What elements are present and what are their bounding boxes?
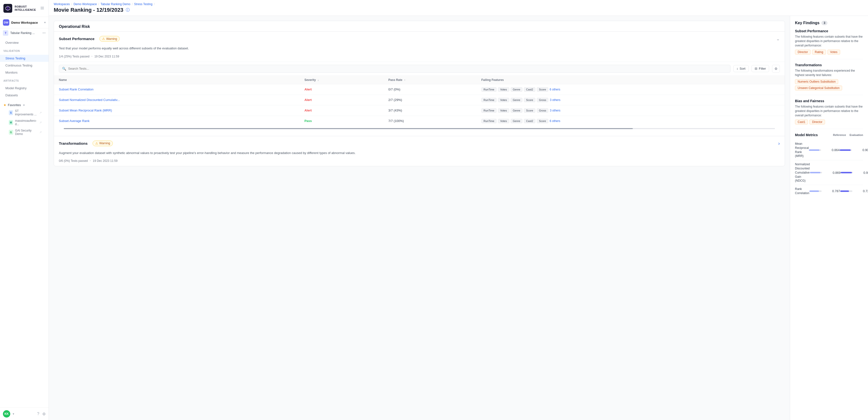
subset-date: 19 Dec 2023 11:59 [94,55,119,58]
metric-mrr-ref-val: 0.864 [823,148,840,152]
search-input[interactable] [68,67,727,71]
transformations-tests-passed: 0/6 (0%) Tests passed [59,159,88,163]
key-findings-title: Key Findings [795,21,819,25]
metric-ndcg-ref-bar-fill [810,172,820,173]
favorites-label: Favorites [8,103,21,107]
col-pass-rate[interactable]: Pass Rate ↑ [383,76,476,84]
feature-tag: Cast2 [524,87,535,92]
row2-severity: Alert [300,94,383,105]
table-settings-button[interactable]: ⚙ [772,65,780,73]
col-name: Name [54,76,300,84]
nav-overview: Overview [0,38,49,48]
metric-ndcg-ref-val: 0.869 [824,171,841,174]
help-icon[interactable]: ? [37,412,39,416]
info-icon[interactable]: ⓘ [126,7,130,13]
row3-name: Subset Mean Reciprocal Rank (MRR) [54,105,300,116]
finding-tag-director-bias[interactable]: Director [809,119,825,124]
svg-rect-6 [40,9,44,9]
fav-item-st[interactable]: S ST improvements ... ↗ [3,108,45,118]
row4-others-link[interactable]: 6 others [550,119,560,123]
breadcrumb-workspaces[interactable]: Workspaces [54,2,70,6]
user-chevron-icon[interactable]: ▾ [13,412,14,416]
search-box[interactable]: 🔍 [59,65,731,73]
finding-bias-fairness: Bias and Fairness The following features… [795,99,863,124]
metric-rank-corr-eval: 0.722 [840,189,868,193]
row1-name: Subset Rank Correlation [54,84,300,94]
subset-performance-expand[interactable]: ⌄ [776,36,780,41]
row3-others-link[interactable]: 3 others [550,109,560,112]
fav-item-massimo[interactable]: M massimoaufiero-d... ↗ [3,118,45,128]
finding-tag-director[interactable]: Director [795,50,811,55]
breadcrumb-demo-workspace[interactable]: Demo Workspace [73,2,97,6]
table-row: Subset Rank Correlation Alert 0/7 (0%) [54,84,785,94]
nav-overview-item[interactable]: Overview [0,39,49,46]
project-letter: T [3,30,8,36]
sort-label: Sort [740,67,745,71]
row1-others-link[interactable]: 6 others [550,88,560,91]
fav-item-gai[interactable]: G GAI Security Demo ↗ [3,128,45,137]
filter-button[interactable]: ⊟ Filter [751,65,769,72]
fav-letter-s: S [9,110,13,115]
sidebar-toggle-button[interactable] [39,5,45,12]
fav-arrow-icon-3: ↗ [39,131,42,134]
feature-tag: Genre [511,108,523,113]
feature-tag: RunTime [482,87,497,92]
project-more-button[interactable]: ··· [42,31,46,35]
metric-ref-bar-fill [809,149,819,151]
row4-pass-rate: 7/7 (100%) [383,116,476,126]
nav-datasets[interactable]: Datasets [0,92,49,99]
sort-button[interactable]: ↕ Sort [734,65,749,72]
finding-tag-rating[interactable]: Rating [812,50,826,55]
row4-link[interactable]: Subset Average Rank [59,119,90,123]
finding-tag-cast1[interactable]: Cast1 [795,119,808,124]
settings-icon[interactable]: ⚙ [42,412,46,416]
breadcrumb-tabular-ranking[interactable]: Tabular Ranking Demo [101,2,130,6]
finding-tag-numeric-outliers[interactable]: Numeric Outliers Substitution [795,79,838,84]
finding-transformations-tags: Numeric Outliers Substitution Unseen Cat… [795,79,863,90]
nav-model-registry[interactable]: Model Registry [0,85,49,92]
fav-letter-m: M [9,120,13,125]
project-item[interactable]: T Tabular Ranking ... ··· [0,28,49,38]
col-severity[interactable]: Severity ↓ [300,76,383,84]
row2-others-link[interactable]: 3 others [550,98,560,102]
feature-tag: Gross [537,108,548,113]
row3-link[interactable]: Subset Mean Reciprocal Rank (MRR) [59,109,112,112]
transformations-title: Transformations [59,141,88,145]
finding-transformations-title: Transformations [795,63,863,67]
metric-row-ndcg: Normalized Discounted Cumulative Gain (N… [795,160,863,185]
metric-ndcg-eval: 0.923 [841,171,868,174]
row1-severity-badge: Alert [304,87,312,91]
finding-tag-votes[interactable]: Votes [828,50,840,55]
breadcrumb: Workspaces / Demo Workspace / Tabular Ra… [54,2,863,6]
metric-ndcg-ref-bar [810,172,822,173]
metric-rank-corr-ref-val: 0.787 [823,189,840,193]
divider-2 [795,95,863,95]
metric-ndcg-eval-bar [841,172,853,173]
metric-ref-bar [809,149,821,151]
fav-name-gai: GAI Security Demo [15,129,37,136]
row3-severity-badge: Alert [304,109,312,112]
nav-monitors[interactable]: Monitors [0,69,49,76]
row4-features: RunTime Votes Genre Cast2 Score 6 others [476,116,785,126]
feature-tag: Genre [511,87,523,92]
nav-stress-testing[interactable]: Stress Testing [0,55,49,62]
transformations-expand[interactable]: › [778,141,780,146]
workspace-selector[interactable]: DW Demo Workspace ▾ [0,17,49,28]
search-icon: 🔍 [62,67,66,71]
table-row: Subset Normalized Discounted Cumulativ..… [54,94,785,105]
table-scrollbar[interactable] [54,126,785,136]
feature-tag: Cast2 [524,119,535,123]
finding-tag-unseen-categorical[interactable]: Unseen Categorical Substitution [795,86,842,90]
meta-dot-2: • [90,159,91,163]
row2-link[interactable]: Subset Normalized Discounted Cumulativ..… [59,98,120,102]
row1-link[interactable]: Subset Rank Correlation [59,87,94,91]
row4-pass-rate-value: 7/7 (100%) [388,119,404,123]
row2-pass-rate-value: 2/7 (29%) [388,98,402,102]
favorites-header[interactable]: ★ Favorites ▾ [3,102,45,108]
metrics-eval-col-label: Evaluation [846,134,863,136]
workspace-name: Demo Workspace [11,21,42,24]
logo-area: ROBUST INTELLIGENCE [0,0,49,17]
feature-tag: Genre [511,98,523,102]
nav-continuous-testing[interactable]: Continuous Testing [0,62,49,69]
sort-icon: ↕ [737,67,738,71]
